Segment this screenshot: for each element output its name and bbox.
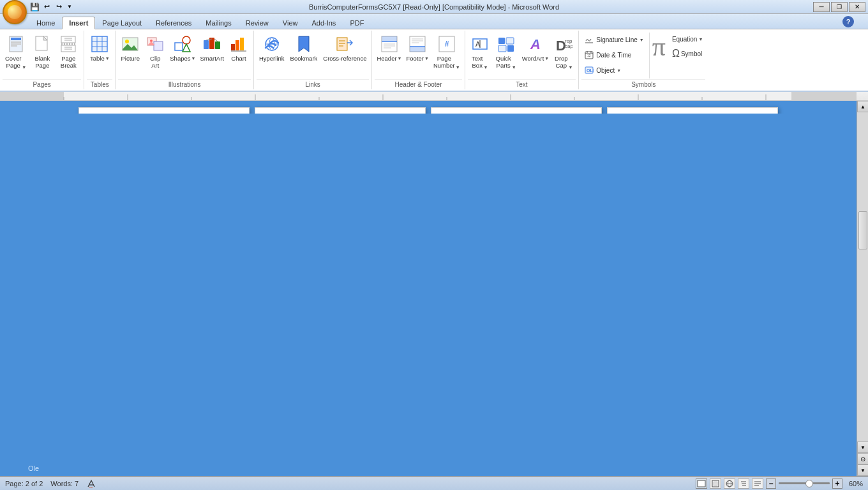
equation-label: Equation xyxy=(672,36,697,43)
pagenumber-label: PageNumber xyxy=(433,55,455,70)
svg-rect-66 xyxy=(498,45,506,52)
bookmark-button[interactable]: Bookmark xyxy=(288,32,320,64)
svg-text:OLE: OLE xyxy=(587,68,594,73)
svg-rect-98 xyxy=(714,482,717,486)
view-draft-button[interactable] xyxy=(752,479,763,489)
tab-pdf[interactable]: PDF xyxy=(343,17,371,29)
blankpage-label: BlankPage xyxy=(34,55,50,70)
hyperlink-button[interactable]: Hyperlink xyxy=(257,32,287,64)
view-print-button[interactable] xyxy=(696,479,707,489)
tables-group-label: Tables xyxy=(87,79,112,88)
office-button[interactable] xyxy=(3,0,27,24)
save-button[interactable]: 💾 xyxy=(29,2,40,12)
svg-rect-65 xyxy=(506,38,514,44)
view-fullscreen-button[interactable] xyxy=(710,479,721,489)
view-web-button[interactable] xyxy=(724,479,735,489)
scroll-prev-page-button[interactable]: ⊙ xyxy=(857,453,868,464)
signatureline-icon xyxy=(584,34,594,45)
datetime-button[interactable]: 12 Date & Time xyxy=(581,48,646,61)
ribbon-group-text: A TextBox ▼ xyxy=(465,31,580,89)
close-button[interactable]: ✕ xyxy=(849,2,865,12)
signatureline-button[interactable]: Signature Line ▼ xyxy=(581,33,646,46)
svg-rect-48 xyxy=(382,36,397,41)
shapes-button[interactable]: Shapes ▼ xyxy=(168,32,197,64)
textbox-button[interactable]: A TextBox ▼ xyxy=(468,32,492,71)
svg-rect-4 xyxy=(11,45,17,47)
crossreference-label: Cross-reference xyxy=(323,55,366,62)
zoom-slider[interactable] xyxy=(779,479,830,488)
table-arrow: ▼ xyxy=(105,56,110,61)
symbol-button[interactable]: Ω Symbol xyxy=(670,47,705,61)
undo-button[interactable]: ↩ xyxy=(41,2,52,12)
svg-rect-43 xyxy=(337,38,347,50)
coverpage-button[interactable]: CoverPage ▼ xyxy=(3,32,29,71)
ribbon-group-links: Hyperlink Bookmark xyxy=(254,31,372,89)
tab-view[interactable]: View xyxy=(276,17,305,29)
svg-text:A: A xyxy=(530,36,541,52)
dropcap-button[interactable]: D rop cap DropCap ▼ xyxy=(551,32,576,71)
spell-check-icon[interactable] xyxy=(86,479,96,489)
crossreference-button[interactable]: Cross-reference xyxy=(320,32,369,64)
zoom-out-button[interactable]: − xyxy=(766,479,776,489)
pagebreak-button[interactable]: PageBreak xyxy=(56,32,81,71)
ribbon-group-headerfooter: Header ▼ xyxy=(372,31,465,89)
svg-text:cap: cap xyxy=(565,43,572,49)
smartart-button[interactable]: SmartArt xyxy=(198,32,225,64)
scroll-thumb[interactable] xyxy=(858,211,867,249)
object-button[interactable]: OLE Object ▼ xyxy=(581,64,646,77)
tab-pagelayout[interactable]: Page Layout xyxy=(95,17,149,29)
minimize-button[interactable]: ─ xyxy=(813,2,830,12)
svg-rect-10 xyxy=(61,45,75,52)
dropcap-label: DropCap xyxy=(555,55,568,70)
wordart-button[interactable]: A WordArt ▼ xyxy=(520,32,551,64)
svg-point-28 xyxy=(183,36,190,44)
chart-button[interactable]: Chart xyxy=(227,32,251,64)
blankpage-button[interactable]: BlankPage xyxy=(29,32,55,71)
tab-mailings[interactable]: Mailings xyxy=(198,17,238,29)
pagenumber-button[interactable]: # PageNumber ▼ xyxy=(431,32,462,71)
svg-rect-54 xyxy=(410,47,425,52)
picture-button[interactable]: Picture xyxy=(118,32,142,64)
scroll-down-button[interactable]: ▼ xyxy=(857,442,868,453)
view-outline-button[interactable] xyxy=(738,479,749,489)
page-3 xyxy=(431,107,602,114)
wordart-label: WordArt xyxy=(522,55,544,62)
svg-rect-82 xyxy=(791,92,857,101)
clipart-button[interactable]: ClipArt xyxy=(143,32,167,71)
picture-icon xyxy=(120,34,140,54)
svg-rect-36 xyxy=(236,40,239,50)
coverpage-label: CoverPage xyxy=(5,55,21,70)
svg-rect-30 xyxy=(204,40,209,49)
redo-button[interactable]: ↪ xyxy=(54,2,64,12)
help-button[interactable]: ? xyxy=(842,16,854,27)
table-button[interactable]: Table ▼ xyxy=(87,32,112,64)
svg-rect-35 xyxy=(231,44,235,50)
scroll-next-page-button[interactable]: ▼ xyxy=(857,464,868,476)
tab-insert[interactable]: Insert xyxy=(62,17,95,29)
zoom-in-button[interactable]: + xyxy=(832,479,842,489)
equation-button[interactable]: Equation ▼ xyxy=(670,34,705,44)
header-button[interactable]: Header ▼ xyxy=(375,32,403,64)
tab-references[interactable]: References xyxy=(149,17,198,29)
zoom-slider-thumb[interactable] xyxy=(805,480,813,487)
pi-symbol: π xyxy=(652,33,666,60)
quickparts-button[interactable]: QuickParts ▼ xyxy=(493,32,520,71)
pagebreak-icon xyxy=(58,34,79,54)
footer-button[interactable]: Footer ▼ xyxy=(405,32,431,64)
tab-review[interactable]: Review xyxy=(239,17,276,29)
page-2: GC5X7 Burris Computer Forms® www.pcforms… xyxy=(255,107,426,114)
statusbar-page: Page: 2 of 2 xyxy=(5,480,43,487)
hyperlink-icon xyxy=(262,34,282,54)
customize-qa-button[interactable]: ▼ xyxy=(66,2,73,12)
restore-button[interactable]: ❐ xyxy=(831,2,848,12)
tab-addins[interactable]: Add-Ins xyxy=(304,17,343,29)
svg-rect-67 xyxy=(507,45,514,52)
tab-home[interactable]: Home xyxy=(29,17,62,29)
statusbar: Page: 2 of 2 Words: 7 xyxy=(0,476,868,490)
page-1 xyxy=(79,107,250,114)
svg-rect-27 xyxy=(175,43,183,50)
coverpage-icon xyxy=(6,34,26,54)
dropcap-icon: D rop cap xyxy=(553,34,574,54)
scroll-track xyxy=(857,112,868,442)
scroll-up-button[interactable]: ▲ xyxy=(857,101,868,112)
